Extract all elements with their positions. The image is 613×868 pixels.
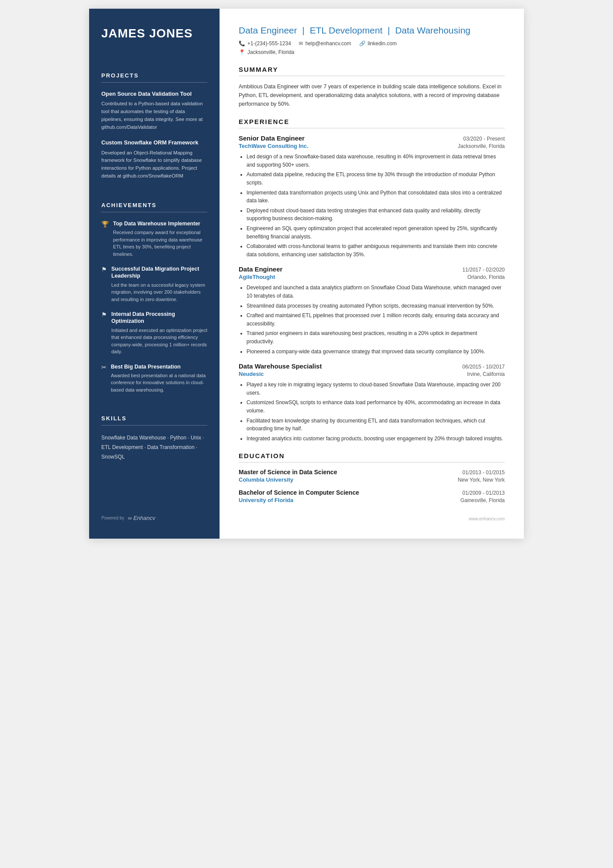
bullet: Facilitated team knowledge sharing by do… [247, 417, 505, 433]
main-footer: www.enhancv.com [239, 516, 505, 521]
achievements-section-title: ACHIEVEMENTS [101, 202, 207, 208]
job-3-company-row: Neudesic Irvine, California [239, 371, 505, 377]
achievement-item-2: ⚑ Successful Data Migration Project Lead… [101, 265, 207, 303]
edu-2-row: Bachelor of Science in Computer Science … [239, 489, 505, 496]
candidate-name: JAMES JONES [101, 26, 207, 41]
experience-title: EXPERIENCE [239, 118, 505, 125]
sidebar-footer: Powered by ∞ Enhancv [101, 497, 207, 521]
edu-1: Master of Science in Data Science 01/201… [239, 469, 505, 483]
bullet: Developed and launched a data analytics … [247, 284, 505, 300]
headline: Data Engineer | ETL Development | Data W… [239, 24, 505, 36]
location-icon: 📍 [239, 49, 245, 55]
enhancv-logo: ∞ Enhancv [128, 515, 155, 521]
resume-container: JAMES JONES PROJECTS Open Source Data Va… [89, 9, 524, 539]
bullet: Customized SnowSQL scripts to enhance da… [247, 399, 505, 415]
edu-1-school-row: Columbia University New York, New York [239, 476, 505, 483]
skills-divider [101, 425, 207, 426]
job-3: Data Warehouse Specialist 06/2015 - 10/2… [239, 362, 505, 442]
achievement-3-icon: ⚑ [101, 311, 107, 318]
location-text: Jacksonville, Florida [247, 49, 294, 55]
achievement-1-title: Top Data Warehouse Implementer [113, 220, 207, 227]
main-header: Data Engineer | ETL Development | Data W… [239, 24, 505, 55]
job-1-bullets: Led design of a new Snowflake-based data… [239, 153, 505, 258]
edu-2-school: University of Florida [239, 497, 293, 503]
summary-title: SUMMARY [239, 66, 505, 73]
phone-text: +1-(234)-555-1234 [247, 40, 291, 47]
project-1-title: Open Source Data Validation Tool [101, 90, 207, 98]
headline-sep2: | [388, 25, 390, 35]
bullet: Streamlined data processes by creating a… [247, 302, 505, 310]
footer-url: www.enhancv.com [469, 516, 505, 521]
job-2-bullets: Developed and launched a data analytics … [239, 284, 505, 355]
bullet: Engineered an SQL query optimization pro… [247, 225, 505, 241]
headline-sep1: | [302, 25, 304, 35]
job-1-title: Senior Data Engineer [239, 134, 305, 142]
achievement-1-icon: 🏆 [101, 221, 109, 228]
job-3-company: Neudesic [239, 371, 264, 377]
summary-divider [239, 76, 505, 76]
linkedin-icon: 🔗 [359, 40, 366, 47]
education-title: EDUCATION [239, 452, 505, 459]
edu-2-school-row: University of Florida Gainesville, Flori… [239, 497, 505, 503]
achievement-item-1: 🏆 Top Data Warehouse Implementer Receive… [101, 220, 207, 258]
achievement-2-icon: ⚑ [101, 266, 107, 273]
contact-linkedin: 🔗 linkedin.com [359, 40, 397, 47]
achievement-4-icon: ✂ [101, 364, 107, 371]
project-item-1: Open Source Data Validation Tool Contrib… [101, 90, 207, 139]
bullet: Pioneered a company-wide data governance… [247, 348, 505, 356]
achievement-2-title: Successful Data Migration Project Leader… [111, 265, 207, 280]
skills-section-title: SKILLS [101, 415, 207, 422]
achievement-4-desc: Awarded best presentation at a national … [111, 372, 207, 394]
email-icon: ✉ [299, 40, 303, 47]
achievements-divider [101, 212, 207, 212]
achievement-1-desc: Received company award for exceptional p… [113, 229, 207, 258]
bullet: Trained junior engineers in data warehou… [247, 329, 505, 345]
bullet: Integrated analytics into customer facin… [247, 435, 505, 443]
contact-row-1: 📞 +1-(234)-555-1234 ✉ help@enhancv.com 🔗… [239, 40, 505, 47]
edu-1-dates: 01/2013 - 01/2015 [463, 469, 505, 476]
headline-part2: ETL Development [310, 25, 382, 35]
job-2: Data Engineer 11/2017 - 02/2020 AgileTho… [239, 265, 505, 355]
edu-2-degree: Bachelor of Science in Computer Science [239, 489, 359, 496]
phone-icon: 📞 [239, 40, 245, 47]
job-3-dates: 06/2015 - 10/2017 [463, 364, 505, 370]
job-1-company: TechWave Consulting Inc. [239, 143, 308, 149]
project-2-desc: Developed an Object-Relational Mapping f… [101, 149, 207, 180]
job-1-location: Jacksonville, Florida [458, 143, 505, 149]
skills-text: Snowflake Data Warehouse · Python · Unix… [101, 433, 207, 462]
job-2-dates: 11/2017 - 02/2020 [463, 267, 505, 273]
job-1-dates: 03/2020 - Present [463, 136, 505, 142]
job-1: Senior Data Engineer 03/2020 - Present T… [239, 134, 505, 258]
bullet: Automated data pipeline, reducing the ET… [247, 171, 505, 187]
contact-email: ✉ help@enhancv.com [299, 40, 351, 47]
achievement-item-3: ⚑ Internal Data Processing Optimization … [101, 311, 207, 355]
sidebar: JAMES JONES PROJECTS Open Source Data Va… [89, 9, 220, 539]
bullet: Led design of a new Snowflake-based data… [247, 153, 505, 169]
linkedin-text: linkedin.com [368, 40, 397, 47]
achievement-item-4: ✂ Best Big Data Presentation Awarded bes… [101, 363, 207, 394]
job-3-location: Irvine, California [467, 371, 505, 377]
edu-2-location: Gainesville, Florida [460, 497, 505, 503]
job-3-bullets: Played a key role in migrating legacy sy… [239, 381, 505, 442]
project-2-title: Custom Snowflake ORM Framework [101, 139, 207, 147]
projects-divider [101, 82, 207, 83]
achievement-2-desc: Led the team on a successful legacy syst… [111, 282, 207, 303]
contact-location: 📍 Jacksonville, Florida [239, 49, 294, 55]
education-divider [239, 462, 505, 462]
job-2-header: Data Engineer 11/2017 - 02/2020 [239, 265, 505, 273]
achievement-3-desc: Initiated and executed an optimization p… [111, 327, 207, 355]
edu-2-dates: 01/2009 - 01/2013 [463, 490, 505, 496]
projects-section-title: PROJECTS [101, 72, 207, 79]
achievement-3-title: Internal Data Processing Optimization [111, 311, 207, 325]
bullet: Crafted and maintained ETL pipelines tha… [247, 312, 505, 328]
job-1-company-row: TechWave Consulting Inc. Jacksonville, F… [239, 143, 505, 149]
headline-part3: Data Warehousing [395, 25, 470, 35]
edu-1-degree: Master of Science in Data Science [239, 469, 337, 476]
contact-row-2: 📍 Jacksonville, Florida [239, 49, 505, 55]
headline-part1: Data Engineer [239, 25, 297, 35]
job-2-location: Orlando, Florida [467, 274, 505, 280]
bullet: Collaborated with cross-functional teams… [247, 242, 505, 258]
edu-1-school: Columbia University [239, 476, 293, 483]
edu-1-location: New York, New York [458, 477, 505, 483]
job-2-company-row: AgileThought Orlando, Florida [239, 274, 505, 280]
